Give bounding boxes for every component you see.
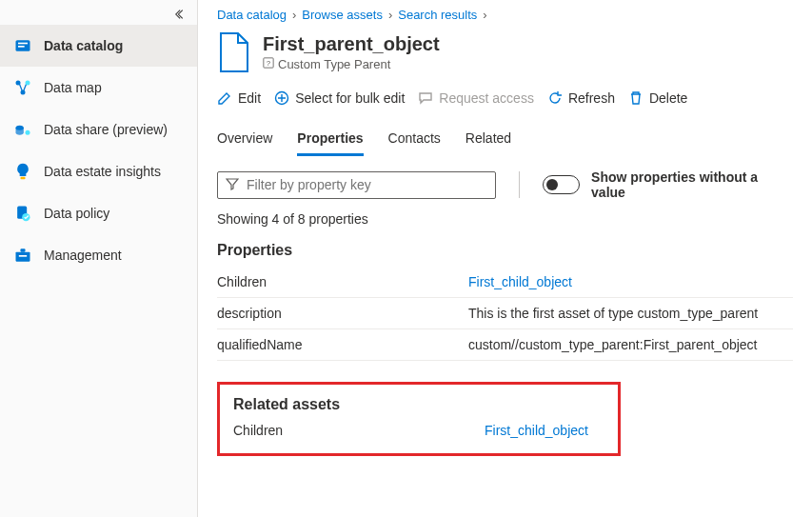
show-empty-toggle[interactable] [543,175,581,194]
properties-table: Children First_child_object description … [217,267,793,361]
toolbar: Edit Select for bulk edit Request access… [217,90,793,106]
breadcrumb-link[interactable]: Search results [398,8,477,22]
properties-section-title: Properties [217,242,793,259]
sidebar-collapse-button[interactable] [170,4,191,25]
property-key: Children [217,274,468,289]
tab-properties[interactable]: Properties [297,125,363,156]
related-value-link[interactable]: First_child_object [485,423,588,438]
breadcrumb-link[interactable]: Browse assets [302,8,383,22]
sidebar-item-management[interactable]: Management [0,234,197,276]
toggle-knob [546,179,558,190]
sidebar-item-data-share[interactable]: Data share (preview) [0,109,197,150]
sidebar-item-data-policy[interactable]: Data policy [0,192,197,234]
share-icon [13,120,32,139]
filter-input[interactable] [247,177,487,192]
svg-text:?: ? [267,59,270,68]
property-row: Children First_child_object [217,267,793,298]
filter-icon [226,177,239,193]
property-row: qualifiedName custom//custom_type_parent… [217,329,793,361]
property-value: This is the first asset of type custom_t… [468,306,793,321]
divider [519,171,520,198]
chevron-right-icon: › [483,8,486,22]
delete-button[interactable]: Delete [628,90,687,106]
refresh-button[interactable]: Refresh [547,90,615,106]
svg-rect-15 [19,255,27,257]
svg-rect-10 [21,177,26,180]
policy-icon [13,204,32,223]
filter-input-wrapper[interactable] [217,171,496,199]
sidebar-item-data-estate-insights[interactable]: Data estate insights [0,150,197,192]
property-value-link[interactable]: First_child_object [468,274,793,289]
svg-rect-2 [18,46,25,48]
insights-icon [13,162,32,181]
tool-label: Refresh [568,90,615,106]
svg-line-6 [20,85,23,91]
property-key: qualifiedName [217,337,468,352]
sidebar-item-label: Data policy [44,206,109,221]
related-assets-highlight: Related assets Children First_child_obje… [217,382,621,456]
file-icon [217,31,251,73]
sidebar-item-data-map[interactable]: Data map [0,67,197,109]
filter-status: Showing 4 of 8 properties [217,211,793,227]
svg-rect-14 [21,249,26,251]
page-title: First_parent_object [263,33,440,55]
sidebar-item-label: Data estate insights [44,164,161,179]
tool-label: Delete [649,90,687,106]
sidebar-item-label: Data share (preview) [44,122,168,137]
sidebar-item-label: Management [44,248,122,263]
related-key: Children [233,423,485,438]
breadcrumb-link[interactable]: Data catalog [217,8,287,22]
tool-label: Edit [238,90,261,106]
related-section-title: Related assets [233,396,604,413]
svg-line-7 [24,85,27,91]
select-bulk-edit-button[interactable]: Select for bulk edit [274,90,405,106]
edit-icon [217,90,232,106]
breadcrumb: Data catalog › Browse assets › Search re… [217,8,793,22]
chevron-right-icon: › [388,8,392,22]
tab-related[interactable]: Related [465,125,511,156]
sidebar: Data catalog Data map Data share (previe… [0,0,198,517]
property-value: custom//custom_type_parent:First_parent_… [468,337,793,352]
svg-rect-1 [18,43,28,45]
tool-label: Select for bulk edit [295,90,405,106]
edit-button[interactable]: Edit [217,90,261,106]
property-key: description [217,306,468,321]
sidebar-item-label: Data map [44,80,102,95]
chevron-right-icon: › [292,8,296,22]
type-icon: ? [263,57,274,71]
sidebar-item-data-catalog[interactable]: Data catalog [0,25,197,67]
catalog-icon [13,36,32,55]
refresh-icon [547,90,563,106]
related-row: Children First_child_object [233,423,604,438]
plus-circle-icon [274,90,289,106]
svg-point-9 [26,130,30,135]
tab-contacts[interactable]: Contacts [388,125,441,156]
comment-icon [418,90,433,106]
sidebar-item-label: Data catalog [44,38,123,53]
asset-type-label: Custom Type Parent [278,57,390,71]
main-content: Data catalog › Browse assets › Search re… [198,0,812,517]
map-icon [13,78,32,97]
delete-icon [628,90,644,106]
request-access-button: Request access [418,90,534,106]
tool-label: Request access [439,90,534,106]
toggle-label: Show properties without a value [591,169,793,200]
tabs: Overview Properties Contacts Related [217,125,793,156]
property-row: description This is the first asset of t… [217,298,793,329]
tab-overview[interactable]: Overview [217,125,272,156]
management-icon [13,246,32,265]
svg-point-5 [21,90,26,95]
